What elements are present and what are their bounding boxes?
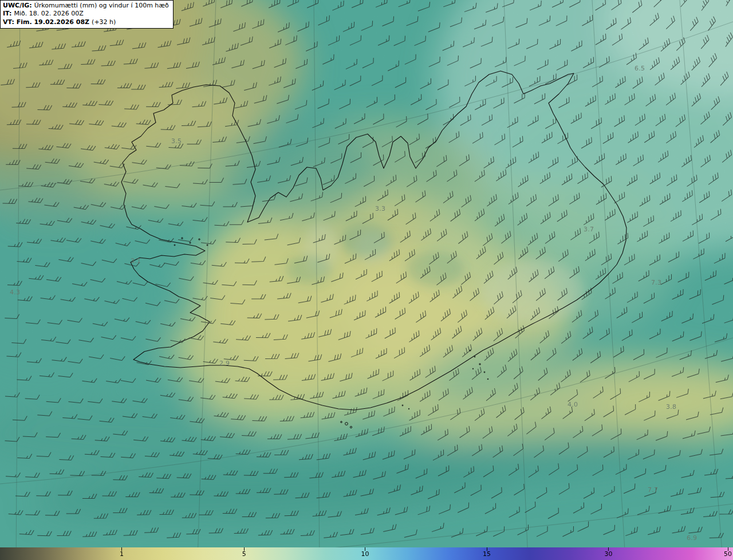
colorbar-tick-label: 30	[604, 550, 612, 558]
colorbar-tick-label: 1	[120, 550, 124, 558]
grain-overlay	[0, 0, 733, 560]
colorbar: 1510153050	[0, 547, 733, 560]
header-box: UWC/IG:Úrkomumætti (mm) og vindur í 100m…	[0, 0, 174, 29]
header-title-line: UWC/IG:Úrkomumætti (mm) og vindur í 100m…	[3, 2, 169, 10]
valid-time-offset: (+32 h)	[92, 18, 116, 26]
valid-time-value: VT: Fim. 19.02.2026 08Z	[3, 18, 89, 26]
init-time-value: Mið. 18. 02. 2026 00Z	[14, 10, 83, 17]
init-time-label: IT:	[3, 10, 11, 17]
colorbar-tick-label: 15	[483, 550, 491, 558]
colorbar-tick-label: 50	[724, 550, 732, 558]
header-init-line: IT:Mið. 18. 02. 2026 00Z	[3, 10, 169, 18]
precipitation-field-svg	[0, 0, 733, 560]
product-id: UWC/IG:	[3, 2, 32, 9]
weather-map: 6.53.53.33.73.17.34.32.94.03.87.76.9 UWC…	[0, 0, 733, 560]
colorbar-tick-label: 10	[361, 550, 369, 558]
product-title: Úrkomumætti (mm) og vindur í 100m hæð	[34, 2, 169, 9]
header-valid-line: VT: Fim. 19.02.2026 08Z(+32 h)	[3, 18, 169, 26]
colorbar-tick-label: 5	[242, 550, 246, 558]
